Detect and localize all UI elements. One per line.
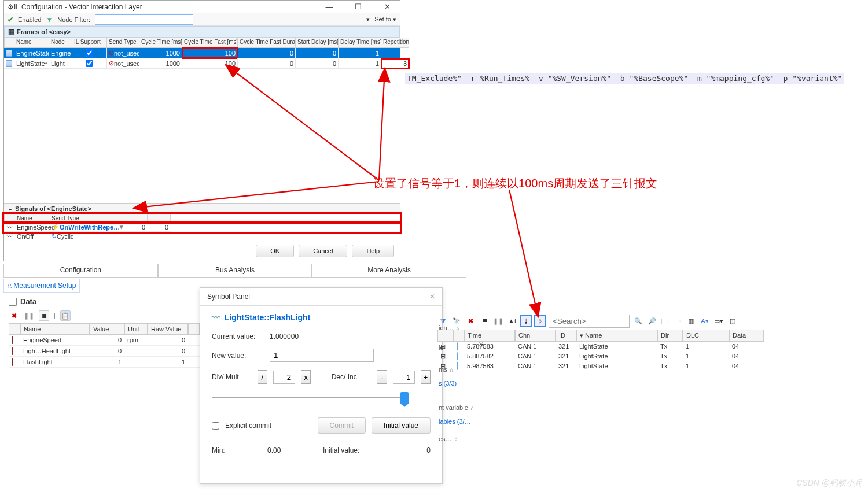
pause-icon[interactable]: ❚❚ [24,312,34,320]
delete-icon[interactable]: ✖ [9,310,19,321]
annotation-text: 设置了信号等于1，则连续以100ms周期发送了三针报文 [373,176,657,191]
find-prev-icon[interactable]: 🔍 [633,316,643,326]
decinc-label: Dec/ Inc [332,373,372,381]
trace-search-input[interactable] [549,315,630,328]
set-to-dropdown[interactable]: Set to ▾ [374,16,396,23]
decinc-input[interactable] [393,371,415,384]
page-icon [9,298,17,306]
status-icon [12,347,13,355]
trace-row[interactable]: ⊞ 5.987583CAN 1321LightStateTx104 [437,361,831,371]
new-value-input[interactable] [270,349,374,362]
divmult-input[interactable] [273,371,295,384]
signals-header[interactable]: ⌄ Signals of <EngineState> [4,203,400,214]
il-support-checkbox[interactable] [86,49,93,57]
signal-icon: 〰 [6,224,13,231]
message-icon [6,60,12,67]
minimize-button[interactable]: — [320,2,339,11]
initial-label: Initial value: [323,446,375,454]
wave-icon: 〰 [212,313,220,322]
trace-row[interactable]: ⊞ 5.787583CAN 1321LightStateTx104 [437,342,831,352]
symbol-panel: Symbol Panel ✕ 〰 LightState::FlashLight … [200,287,443,484]
current-value-label: Current value: [212,332,264,341]
divmult-label: Div/ Mult [212,373,252,381]
div-button[interactable]: / [258,370,267,384]
find-next-icon[interactable]: 🔎 [647,316,657,326]
cycle-icon: ↻ [52,232,57,240]
close-icon[interactable]: ✕ [429,293,435,301]
data-row-headlight[interactable]: Ligh…HeadLight 0 0 [9,346,200,357]
bottom-tabs: Configuration Bus Analysis More Analysis [3,264,466,278]
tab-bus-analysis[interactable]: Bus Analysis [158,264,312,278]
value-slider[interactable] [212,392,409,404]
initial-value: 0 [378,446,431,454]
trace-columns: Time Chn ID ▾ Name Dir DLC Data [437,330,831,342]
link-3-3[interactable]: s (3/3) [439,380,457,387]
trace-row[interactable]: ⊞ 5.887582CAN 1321LightStateTx104 [437,352,831,361]
data-panel: Data ✖ ❚❚ ≣ | 📋 Name Value Unit Raw Valu… [9,295,200,368]
symbol-panel-title: Symbol Panel [207,293,250,301]
frame-row-enginestate[interactable]: EngineState* Engine ⊘ not_used 1000 100 … [4,48,400,58]
columns-icon[interactable]: ▥ [686,316,696,326]
message-icon [6,50,12,57]
delete-icon[interactable]: ✖ [465,316,476,326]
signals-columns: Name Send Type [4,214,400,223]
funnel-icon[interactable]: ⧩ [437,316,448,326]
frames-icon: ▦ [8,28,14,35]
chevron-down-icon: ⌄ [8,205,13,212]
toggle-a-button[interactable]: ⭳ [521,316,531,326]
forbidden-icon: ⊘ [109,49,114,57]
frame-row-lightstate[interactable]: LightState* Light ⊘ not_used 1000 100 0 … [4,58,400,69]
ok-button[interactable]: OK [256,245,294,257]
list-icon[interactable]: ≣ [479,316,490,326]
min-label: Min: [212,446,264,454]
measurement-setup-tab[interactable]: ⎌ Measurement Setup [3,279,80,293]
tab-configuration[interactable]: Configuration [3,264,158,278]
help-button[interactable]: Help [352,245,394,257]
initial-value-button[interactable]: Initial value [372,417,431,434]
font-icon[interactable]: A▾ [700,316,710,326]
new-value-label: New value: [212,352,264,360]
paste-icon[interactable]: 📋 [60,310,71,321]
binoculars-icon[interactable]: 🔭 [451,316,462,326]
cancel-button[interactable]: Cancel [299,245,347,257]
il-support-checkbox[interactable] [86,60,93,67]
close-button[interactable]: ✕ [378,2,396,11]
min-value: 0.00 [267,446,319,454]
toggle-b-button[interactable]: ⎀ [535,316,545,326]
maximize-button[interactable]: ☐ [349,2,367,11]
frames-columns: Name Node IL Support Send Type Cycle Tim… [4,38,400,48]
signal-icon: 〰 [6,233,13,240]
titlebar: ⚙ IL Configuration - Vector Interaction … [4,1,400,13]
inc-button[interactable]: + [421,370,431,384]
signal-row-onoff[interactable]: 〰 OnOff ↻ Cyclic [4,232,400,241]
delta-icon[interactable]: ▲t [507,316,517,326]
panels-icon[interactable]: ◫ [727,316,738,326]
message-icon [457,342,458,350]
window-title: IL Configuration - Vector Interaction La… [14,3,320,11]
link-variables[interactable]: iables (3/… [439,418,471,425]
forbidden-icon: ⊘ [109,60,114,67]
node-filter-input[interactable] [95,14,193,25]
slider-thumb[interactable] [400,392,409,404]
status-icon [12,358,13,366]
list-icon[interactable]: ≣ [39,310,49,321]
dec-button[interactable]: - [377,370,387,384]
mult-button[interactable]: x [301,370,311,384]
explicit-commit-checkbox[interactable] [212,422,219,430]
tab-more-analysis[interactable]: More Analysis [312,264,466,278]
watermark: CSDN @蚂蚁小兵 [796,478,862,489]
enabled-label: Enabled [18,16,41,23]
data-row-enginespeed[interactable]: EngineSpeed 0 rpm 0 [9,335,200,346]
il-config-window: ⚙ IL Configuration - Vector Interaction … [3,0,400,261]
data-columns: Name Value Unit Raw Value [9,323,200,335]
trace-panel: ⧩ 🔭 ✖ ≣ ❚❚ ▲t ⭳ ⎀ 🔍 🔎 | ←→ ▥ A▾ ▭▾ ◫ Tim… [437,312,831,371]
commit-button[interactable]: Commit [318,417,366,434]
data-row-flashlight[interactable]: FlashLight 1 1 [9,357,200,368]
command-fragment: TM_Exclude%" -r %Run_Times% -v "%SW_Vers… [405,73,844,84]
explicit-commit-label: Explicit commit [225,421,271,430]
node-filter-label: Node Filter: [57,16,90,23]
layout-icon[interactable]: ▭▾ [713,316,724,326]
filter-icon: ▼ [46,16,53,23]
lightning-icon: ⚡ [52,223,60,231]
signal-row-enginespeed[interactable]: 〰 EngineSpeed ⚡ OnWriteWithRepe… ▾ 0 0 [4,223,400,232]
